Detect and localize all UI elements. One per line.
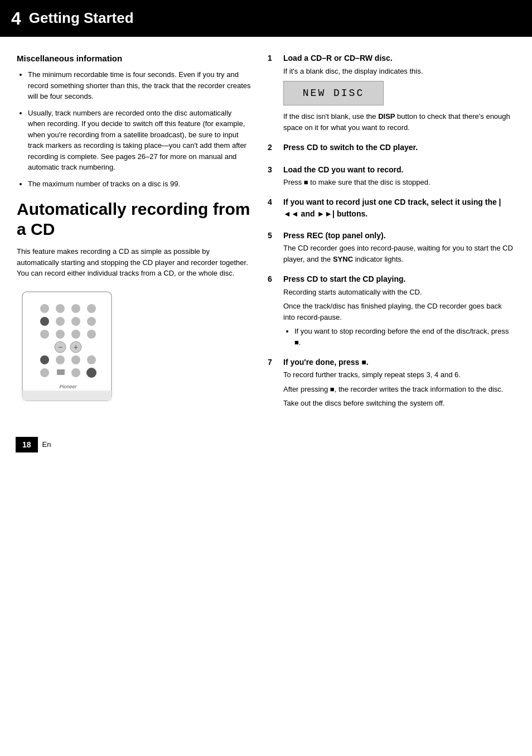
svg-point-8	[87, 317, 96, 326]
step-2-content: Press CD to switch to the CD player.	[283, 142, 515, 155]
step-7-extra3: After pressing ■, the recorder writes th…	[283, 384, 515, 395]
step-5: 5 Press REC (top panel only). The CD rec…	[268, 230, 515, 264]
step-2-number: 2	[268, 142, 278, 155]
page-header: 4 Getting Started	[0, 0, 532, 37]
svg-point-24	[86, 368, 96, 378]
svg-point-5	[40, 317, 49, 326]
device-svg: − + Pioneer	[17, 289, 117, 406]
step-1-number: 1	[268, 52, 278, 133]
svg-rect-22	[57, 369, 65, 375]
step-1: 1 Load a CD–R or CD–RW disc. If it's a b…	[268, 52, 515, 133]
step-7: 7 If you're done, press ■. To record fur…	[268, 357, 515, 409]
intro-text: This feature makes recording a CD as sim…	[17, 246, 251, 279]
page-number: 18	[16, 437, 38, 452]
svg-point-17	[40, 355, 49, 364]
svg-text:+: +	[74, 343, 78, 351]
step-7-extra4: Take out the discs before switching the …	[283, 398, 515, 409]
step-6-body: Recording starts automatically with the …	[283, 287, 515, 298]
step-2: 2 Press CD to switch to the CD player.	[268, 142, 515, 155]
svg-text:−: −	[58, 343, 62, 351]
page-footer: 18 En	[0, 429, 532, 460]
step-3-title: Load the CD you want to record.	[283, 164, 515, 175]
step-5-body: The CD recorder goes into record-pause, …	[283, 243, 515, 264]
step-2-title: Press CD to switch to the CD player.	[283, 142, 515, 153]
chapter-title: Getting Started	[29, 8, 134, 29]
step-7-title: If you're done, press ■.	[283, 357, 515, 368]
svg-point-6	[56, 317, 65, 326]
misc-bullets: The minimum recordable time is four seco…	[17, 69, 251, 189]
step-6: 6 Press CD to start the CD playing. Reco…	[268, 273, 515, 348]
step-5-content: Press REC (top panel only). The CD recor…	[283, 230, 515, 264]
left-column: Miscellaneous information The minimum re…	[17, 52, 251, 417]
step-1-extra: If the disc isn't blank, use the DISP bu…	[283, 111, 515, 133]
svg-point-23	[71, 368, 80, 377]
page-body: Miscellaneous information The minimum re…	[0, 37, 532, 428]
step-3-content: Load the CD you want to record. Press ■ …	[283, 164, 515, 188]
step-6-title: Press CD to start the CD playing.	[283, 273, 515, 285]
step-5-number: 5	[268, 230, 278, 264]
device-image: − + Pioneer	[17, 289, 117, 410]
svg-point-2	[56, 304, 65, 313]
svg-point-18	[56, 355, 65, 364]
step-6-bullet-1: If you want to stop recording before the…	[294, 326, 515, 348]
svg-point-1	[40, 304, 49, 313]
step-5-title: Press REC (top panel only).	[283, 230, 515, 241]
step-7-number: 7	[268, 357, 278, 409]
step-1-body: If it's a blank disc, the display indica…	[283, 66, 515, 77]
bullet-item-1: The minimum recordable time is four seco…	[28, 69, 251, 102]
misc-heading: Miscellaneous information	[17, 52, 251, 65]
bullet-item-2: Usually, track numbers are recorded onto…	[28, 108, 251, 173]
step-6-extra2: Once the track/disc has finished playing…	[283, 301, 515, 322]
step-6-bullets: If you want to stop recording before the…	[283, 326, 515, 348]
step-3-body: Press ■ to make sure that the disc is st…	[283, 177, 515, 188]
step-6-number: 6	[268, 273, 278, 348]
right-column: 1 Load a CD–R or CD–RW disc. If it's a b…	[268, 52, 515, 417]
svg-point-12	[87, 330, 96, 339]
svg-point-19	[71, 355, 80, 364]
step-4-content: If you want to record just one CD track,…	[283, 196, 515, 221]
svg-point-7	[71, 317, 80, 326]
step-1-content: Load a CD–R or CD–RW disc. If it's a bla…	[283, 52, 515, 133]
svg-point-4	[87, 304, 96, 313]
svg-point-9	[40, 330, 49, 339]
step-6-content: Press CD to start the CD playing. Record…	[283, 273, 515, 348]
auto-heading: Automatically recording from a CD	[17, 199, 251, 239]
step-1-title: Load a CD–R or CD–RW disc.	[283, 52, 515, 64]
svg-text:Pioneer: Pioneer	[59, 384, 77, 389]
step-4: 4 If you want to record just one CD trac…	[268, 196, 515, 221]
svg-point-10	[56, 330, 65, 339]
svg-point-11	[71, 330, 80, 339]
step-4-title: If you want to record just one CD track,…	[283, 196, 515, 219]
step-7-content: If you're done, press ■. To record furth…	[283, 357, 515, 409]
svg-rect-26	[22, 391, 112, 401]
step-3: 3 Load the CD you want to record. Press …	[268, 164, 515, 188]
svg-point-21	[40, 368, 49, 377]
svg-point-3	[71, 304, 80, 313]
step-4-number: 4	[268, 196, 278, 221]
chapter-number: 4	[11, 6, 21, 31]
step-7-body: To record further tracks, simply repeat …	[283, 369, 515, 381]
bullet-item-3: The maximum number of tracks on a disc i…	[28, 179, 251, 190]
step-3-number: 3	[268, 164, 278, 188]
display-box: NEW DISC	[283, 81, 384, 105]
svg-point-20	[87, 355, 96, 364]
lang-label: En	[42, 440, 51, 450]
